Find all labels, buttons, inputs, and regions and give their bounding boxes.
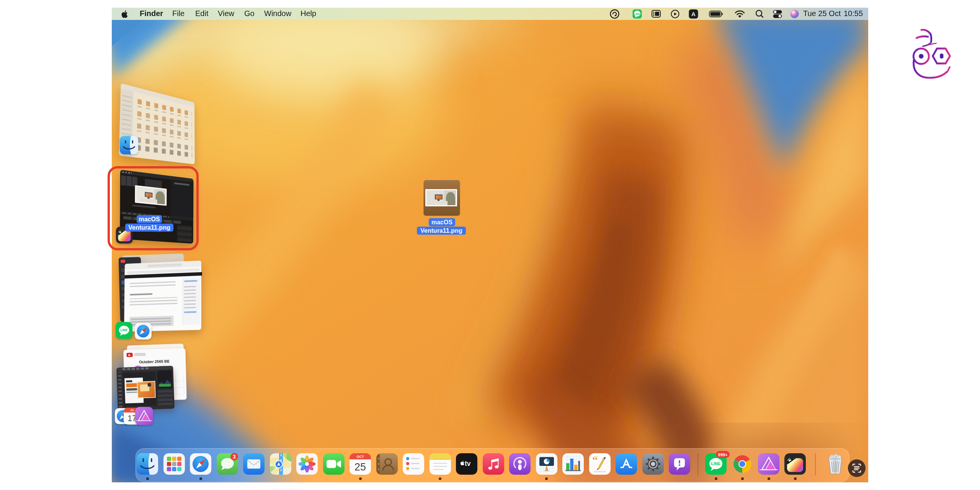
svg-text:3: 3 (233, 454, 236, 460)
svg-text:LINE: LINE (121, 328, 128, 332)
svg-text:“: “ (592, 454, 598, 466)
svg-text:A: A (691, 11, 696, 17)
svg-text:LINE: LINE (634, 13, 640, 15)
svg-text:JU: JU (130, 409, 134, 412)
svg-text:LINE: LINE (711, 461, 720, 466)
svg-text:tv: tv (465, 460, 471, 467)
svg-text:25: 25 (354, 461, 366, 473)
svg-text:999+: 999+ (718, 452, 728, 457)
svg-text:OCT: OCT (357, 455, 364, 459)
